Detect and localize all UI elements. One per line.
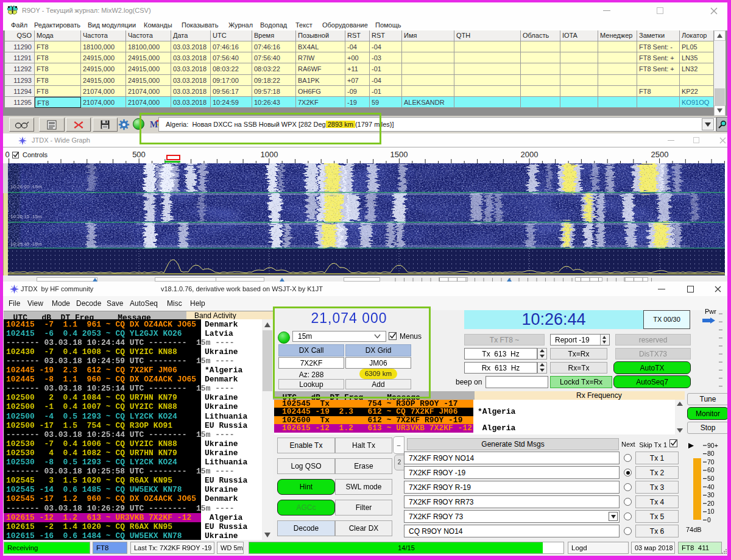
svg-text:0: 0 (5, 150, 9, 159)
svg-text:40: 40 (707, 483, 715, 491)
svg-text:500: 500 (132, 150, 146, 159)
svg-text:30: 30 (707, 491, 715, 498)
svg-text:1500: 1500 (390, 150, 408, 159)
svg-text:2500: 2500 (651, 150, 669, 159)
svg-text:90+: 90+ (707, 442, 718, 449)
svg-text:2000: 2000 (521, 150, 539, 159)
svg-text:0: 0 (707, 516, 711, 523)
svg-text:10:25:45 -15m: 10:25:45 -15m (10, 241, 42, 247)
svg-text:60: 60 (707, 466, 715, 473)
svg-text:80: 80 (707, 450, 715, 457)
svg-text:10:26:00 -15m: 10:26:00 -15m (10, 184, 42, 190)
svg-text:10: 10 (707, 508, 715, 515)
svg-text:20: 20 (707, 500, 715, 507)
svg-text:50: 50 (707, 475, 715, 482)
svg-text:70: 70 (707, 458, 715, 466)
svg-text:10:26:15 -15m: 10:26:15 -15m (10, 214, 42, 219)
svg-text:1000: 1000 (261, 150, 278, 159)
